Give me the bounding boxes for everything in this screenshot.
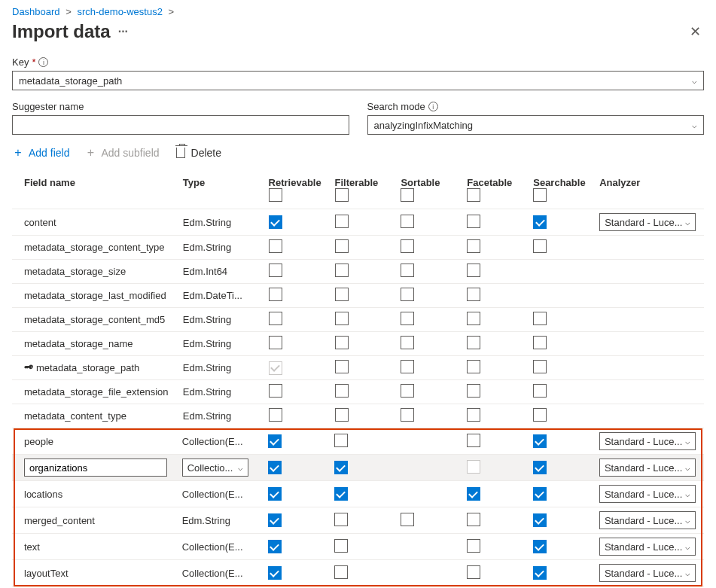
checkbox[interactable] — [467, 264, 480, 277]
table-row[interactable]: metadata_storage_nameEdm.String — [12, 332, 704, 356]
checkbox[interactable] — [334, 487, 348, 501]
checkbox[interactable] — [467, 336, 480, 349]
checkbox[interactable] — [334, 539, 348, 553]
checkbox[interactable] — [269, 312, 282, 325]
analyzer-select[interactable]: Standard - Luce...⌵ — [599, 432, 696, 450]
type-select[interactable]: Collectio...⌵ — [182, 459, 248, 477]
checkbox[interactable] — [533, 513, 547, 527]
checkbox[interactable] — [334, 513, 348, 526]
checkbox[interactable] — [467, 487, 480, 501]
checkbox[interactable] — [401, 360, 414, 373]
filterable-all-checkbox[interactable] — [335, 188, 349, 202]
table-row[interactable]: metadata_storage_file_extensionEdm.Strin… — [12, 380, 704, 404]
checkbox[interactable] — [467, 408, 480, 422]
checkbox[interactable] — [467, 565, 480, 579]
table-row[interactable]: layoutTextCollection(E...Standard - Luce… — [12, 560, 704, 586]
checkbox[interactable] — [268, 461, 282, 474]
checkbox[interactable] — [334, 461, 348, 474]
checkbox[interactable] — [401, 239, 414, 253]
checkbox[interactable] — [533, 312, 547, 325]
breadcrumb-resource[interactable]: srch-demo-westus2 — [77, 6, 162, 17]
table-row[interactable]: Collectio...⌵Standard - Luce...⌵ — [12, 455, 704, 481]
checkbox[interactable] — [335, 239, 349, 253]
checkbox[interactable] — [268, 434, 282, 448]
checkbox[interactable] — [335, 288, 349, 301]
checkbox[interactable] — [268, 513, 282, 527]
analyzer-select[interactable]: Standard - Luce...⌵ — [599, 538, 696, 556]
checkbox[interactable] — [269, 215, 282, 229]
add-field-button[interactable]: + Add field — [12, 147, 69, 159]
table-row[interactable]: metadata_storage_content_md5Edm.String — [12, 308, 704, 332]
facetable-all-checkbox[interactable] — [467, 188, 480, 202]
checkbox[interactable] — [467, 384, 480, 398]
checkbox[interactable] — [269, 384, 282, 398]
checkbox[interactable] — [335, 215, 349, 228]
checkbox[interactable] — [335, 384, 349, 398]
checkbox[interactable] — [533, 408, 547, 422]
checkbox[interactable] — [268, 487, 282, 501]
table-row[interactable]: metadata_storage_last_modifiedEdm.DateTi… — [12, 284, 704, 308]
checkbox[interactable] — [269, 361, 282, 375]
checkbox[interactable] — [467, 239, 480, 253]
checkbox[interactable] — [269, 336, 282, 349]
searchmode-select[interactable]: analyzingInfixMatching ⌵ — [367, 115, 705, 135]
analyzer-select[interactable]: Standard - Luce...⌵ — [599, 459, 696, 477]
checkbox[interactable] — [401, 384, 414, 398]
checkbox[interactable] — [533, 239, 547, 253]
analyzer-select[interactable]: Standard - Luce...⌵ — [599, 213, 696, 231]
field-name-input[interactable] — [24, 459, 167, 477]
checkbox[interactable] — [467, 288, 480, 301]
checkbox[interactable] — [533, 360, 547, 373]
table-row[interactable]: metadata_storage_pathEdm.String — [12, 356, 704, 380]
checkbox[interactable] — [467, 513, 480, 526]
table-row[interactable]: textCollection(E...Standard - Luce...⌵ — [12, 534, 704, 560]
checkbox[interactable] — [269, 264, 282, 277]
checkbox[interactable] — [401, 336, 414, 349]
checkbox[interactable] — [401, 513, 414, 526]
suggester-input[interactable] — [12, 115, 349, 135]
analyzer-select[interactable]: Standard - Luce...⌵ — [599, 564, 696, 582]
searchable-all-checkbox[interactable] — [533, 188, 547, 202]
checkbox[interactable] — [467, 360, 480, 373]
checkbox[interactable] — [533, 461, 547, 474]
analyzer-select[interactable]: Standard - Luce...⌵ — [599, 511, 696, 529]
checkbox[interactable] — [467, 434, 480, 447]
key-select[interactable]: metadata_storage_path ⌵ — [12, 71, 704, 90]
table-row[interactable]: metadata_storage_content_typeEdm.String — [12, 236, 704, 260]
checkbox[interactable] — [533, 434, 547, 448]
checkbox[interactable] — [467, 215, 480, 228]
close-button[interactable]: ✕ — [687, 20, 704, 43]
table-row[interactable]: peopleCollection(E...Standard - Luce...⌵ — [12, 428, 704, 455]
checkbox[interactable] — [467, 539, 480, 553]
table-row[interactable]: metadata_storage_sizeEdm.Int64 — [12, 260, 704, 284]
checkbox[interactable] — [533, 215, 547, 229]
checkbox[interactable] — [268, 540, 282, 553]
checkbox[interactable] — [335, 312, 349, 325]
table-row[interactable]: locationsCollection(E...Standard - Luce.… — [12, 481, 704, 507]
checkbox[interactable] — [533, 384, 547, 398]
checkbox[interactable] — [335, 408, 349, 422]
more-actions-button[interactable]: ··· — [118, 25, 128, 38]
checkbox[interactable] — [401, 312, 414, 325]
info-icon[interactable]: i — [428, 102, 438, 111]
checkbox[interactable] — [335, 264, 349, 277]
table-row[interactable]: metadata_content_typeEdm.String — [12, 404, 704, 428]
checkbox[interactable] — [401, 215, 414, 228]
table-row[interactable]: contentEdm.StringStandard - Luce...⌵ — [12, 209, 704, 236]
checkbox[interactable] — [269, 408, 282, 422]
breadcrumb-dashboard[interactable]: Dashboard — [12, 6, 60, 17]
sortable-all-checkbox[interactable] — [401, 188, 414, 202]
checkbox[interactable] — [533, 487, 547, 501]
checkbox[interactable] — [334, 565, 348, 579]
checkbox[interactable] — [334, 434, 348, 447]
checkbox[interactable] — [533, 566, 547, 580]
checkbox[interactable] — [401, 264, 414, 277]
checkbox[interactable] — [533, 336, 547, 349]
analyzer-select[interactable]: Standard - Luce...⌵ — [599, 485, 696, 503]
table-row[interactable]: merged_contentEdm.StringStandard - Luce.… — [12, 507, 704, 534]
delete-button[interactable]: Delete — [175, 147, 221, 159]
checkbox[interactable] — [401, 288, 414, 301]
checkbox[interactable] — [269, 288, 282, 301]
checkbox[interactable] — [335, 336, 349, 349]
retrievable-all-checkbox[interactable] — [269, 188, 282, 202]
